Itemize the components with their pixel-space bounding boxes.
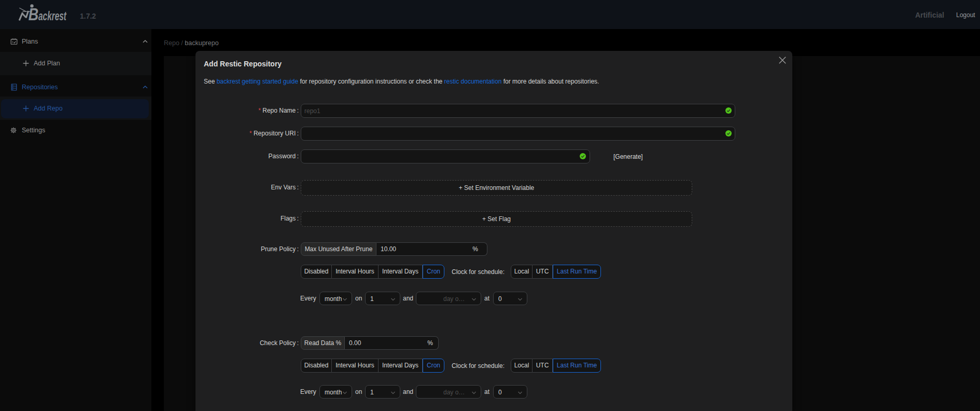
svg-text:B: B <box>29 5 39 24</box>
svg-text:ackrest: ackrest <box>38 9 67 23</box>
